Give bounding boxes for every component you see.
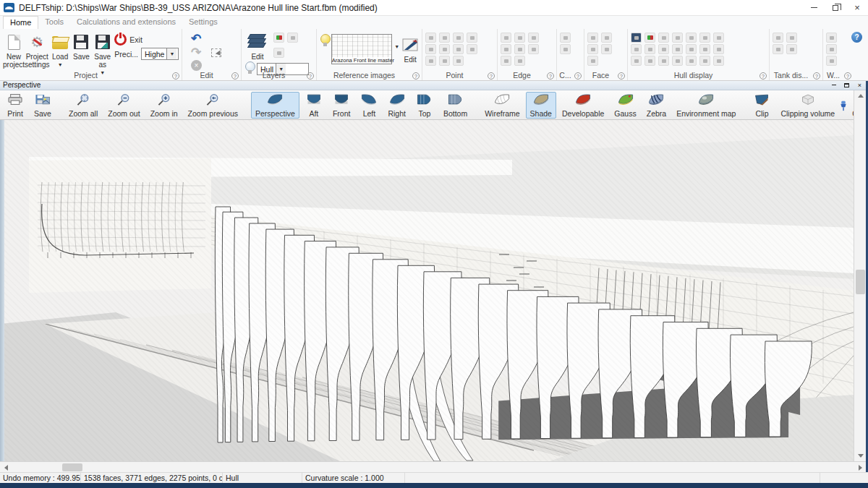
view-zoom-out-button[interactable]: Zoom out bbox=[103, 92, 144, 119]
view-minimize-button[interactable] bbox=[828, 81, 839, 89]
point-tool-icon[interactable] bbox=[439, 33, 450, 43]
hull-display-tool-icon[interactable] bbox=[644, 56, 655, 66]
view-wireframe-button[interactable]: Wireframe bbox=[480, 92, 524, 119]
view-clip-button[interactable]: Clip bbox=[749, 92, 775, 119]
hull-display-tool-icon[interactable] bbox=[644, 33, 655, 43]
edit-reference-image-button[interactable]: Edit bbox=[401, 34, 419, 64]
view-shade-button[interactable]: Shade bbox=[526, 92, 556, 119]
view-bottom-button[interactable]: Bottom bbox=[439, 92, 472, 119]
hull-display-tool-icon[interactable] bbox=[713, 33, 724, 43]
add-layer-icon[interactable] bbox=[273, 33, 284, 43]
point-tool-icon[interactable] bbox=[467, 33, 477, 43]
edit-layers-button[interactable]: Edit bbox=[246, 31, 269, 61]
horizontal-scroll-thumb[interactable] bbox=[62, 463, 82, 471]
point-tool-icon[interactable] bbox=[453, 56, 464, 66]
reference-images-help-icon[interactable]: ? bbox=[412, 72, 420, 80]
tab-settings[interactable]: Settings bbox=[182, 16, 224, 29]
face-tool-icon[interactable] bbox=[601, 33, 612, 43]
point-tool-icon[interactable] bbox=[439, 44, 450, 54]
view-top-button[interactable]: Top bbox=[412, 92, 438, 119]
horizontal-scrollbar[interactable] bbox=[0, 461, 866, 472]
point-tool-icon[interactable] bbox=[453, 44, 464, 54]
point-tool-icon[interactable] bbox=[425, 33, 436, 43]
hull-display-tool-icon[interactable] bbox=[699, 56, 710, 66]
view-zoom-in-button[interactable]: Zoom in bbox=[146, 92, 182, 119]
load-button[interactable]: Load ▼ bbox=[49, 31, 70, 69]
edge-tool-icon[interactable] bbox=[501, 56, 511, 66]
hull-display-tool-icon[interactable] bbox=[686, 56, 697, 66]
tab-tools[interactable]: Tools bbox=[38, 16, 70, 29]
view-close-button[interactable]: × bbox=[854, 81, 865, 89]
edge-tool-icon[interactable] bbox=[528, 33, 539, 43]
view-environment-map-button[interactable]: Environment map bbox=[672, 92, 740, 119]
undo-icon[interactable]: ↶ bbox=[191, 33, 205, 45]
edit-help-icon[interactable]: ? bbox=[231, 72, 239, 80]
hull-display-tool-icon[interactable] bbox=[672, 33, 683, 43]
window-tool-icon[interactable] bbox=[826, 33, 837, 43]
hull-display-tool-icon[interactable] bbox=[658, 33, 669, 43]
hull-display-tool-icon[interactable] bbox=[686, 33, 697, 43]
scroll-up-arrow[interactable] bbox=[854, 90, 867, 101]
hull-display-tool-icon[interactable] bbox=[644, 44, 655, 54]
window-tool-icon[interactable] bbox=[826, 56, 837, 66]
curve-help-icon[interactable]: ? bbox=[574, 72, 582, 80]
reference-image-thumbnail[interactable]: Arazona Front line master bbox=[331, 34, 392, 64]
hull-display-tool-icon[interactable] bbox=[713, 44, 724, 54]
scroll-left-arrow[interactable] bbox=[0, 462, 12, 473]
hull-display-tool-icon[interactable] bbox=[631, 33, 642, 43]
point-tool-icon[interactable] bbox=[425, 56, 436, 66]
view-zoom-previous-button[interactable]: Zoom previous bbox=[184, 92, 242, 119]
view-print-button[interactable]: Print bbox=[2, 92, 28, 119]
tank-display-tool-icon[interactable] bbox=[786, 44, 797, 54]
view-perspective-button[interactable]: Perspective bbox=[251, 92, 299, 119]
view-save-button[interactable]: Save bbox=[30, 92, 56, 119]
view-left-button[interactable]: Left bbox=[356, 92, 382, 119]
perspective-window-titlebar[interactable]: Perspective × bbox=[0, 81, 868, 90]
minimize-button[interactable] bbox=[803, 0, 825, 15]
point-tool-icon[interactable] bbox=[439, 56, 450, 66]
project-settings-button[interactable]: ⚙ Project settings bbox=[25, 31, 49, 69]
close-button[interactable]: × bbox=[846, 0, 868, 15]
hull-display-tool-icon[interactable] bbox=[686, 44, 697, 54]
save-button[interactable]: Save bbox=[71, 31, 92, 61]
edge-tool-icon[interactable] bbox=[514, 44, 525, 54]
view-aft-button[interactable]: Aft bbox=[301, 92, 327, 119]
tank-display-help-icon[interactable]: ? bbox=[813, 72, 820, 80]
window-tool-icon[interactable] bbox=[826, 44, 837, 54]
face-tool-icon[interactable] bbox=[587, 56, 598, 66]
curve-tool-icon[interactable] bbox=[560, 33, 571, 43]
delete-icon[interactable]: × bbox=[191, 60, 202, 71]
load-dropdown-arrow[interactable]: ▼ bbox=[58, 61, 63, 69]
viewport-3d-scene[interactable] bbox=[0, 120, 854, 461]
view-maximize-button[interactable] bbox=[841, 81, 852, 89]
precision-select[interactable]: Highe ▼ bbox=[141, 48, 179, 60]
curve-tool-icon[interactable] bbox=[560, 44, 571, 54]
view-gauss-button[interactable]: Gauss bbox=[610, 92, 640, 119]
save-as-button[interactable]: Save as ▼ bbox=[92, 31, 113, 77]
hull-display-help-icon[interactable]: ? bbox=[760, 72, 767, 80]
layer-properties-icon[interactable] bbox=[287, 33, 298, 43]
help-icon[interactable]: ? bbox=[851, 32, 862, 43]
reference-image-bulb-icon[interactable] bbox=[320, 34, 329, 48]
edge-tool-icon[interactable] bbox=[528, 44, 539, 54]
vertical-scroll-thumb[interactable] bbox=[856, 270, 865, 294]
hull-display-tool-icon[interactable] bbox=[631, 44, 642, 54]
hull-display-tool-icon[interactable] bbox=[672, 56, 683, 66]
restore-button[interactable] bbox=[825, 0, 846, 15]
tank-display-tool-icon[interactable] bbox=[773, 33, 783, 43]
project-help-icon[interactable]: ? bbox=[172, 72, 179, 80]
face-tool-icon[interactable] bbox=[587, 44, 598, 54]
hull-display-tool-icon[interactable] bbox=[658, 56, 669, 66]
edge-tool-icon[interactable] bbox=[514, 33, 525, 43]
tab-home[interactable]: Home bbox=[3, 16, 38, 29]
tank-display-tool-icon[interactable] bbox=[773, 44, 783, 54]
face-tool-icon[interactable] bbox=[587, 33, 598, 43]
point-tool-icon[interactable] bbox=[425, 44, 436, 54]
exit-button[interactable]: Exit bbox=[114, 33, 179, 46]
pin-icon[interactable] bbox=[839, 100, 848, 111]
point-help-icon[interactable]: ? bbox=[488, 72, 495, 80]
select-tool-icon[interactable] bbox=[211, 48, 221, 57]
hull-display-tool-icon[interactable] bbox=[699, 44, 710, 54]
hull-display-tool-icon[interactable] bbox=[658, 44, 669, 54]
view-zebra-button[interactable]: Zebra bbox=[642, 92, 671, 119]
